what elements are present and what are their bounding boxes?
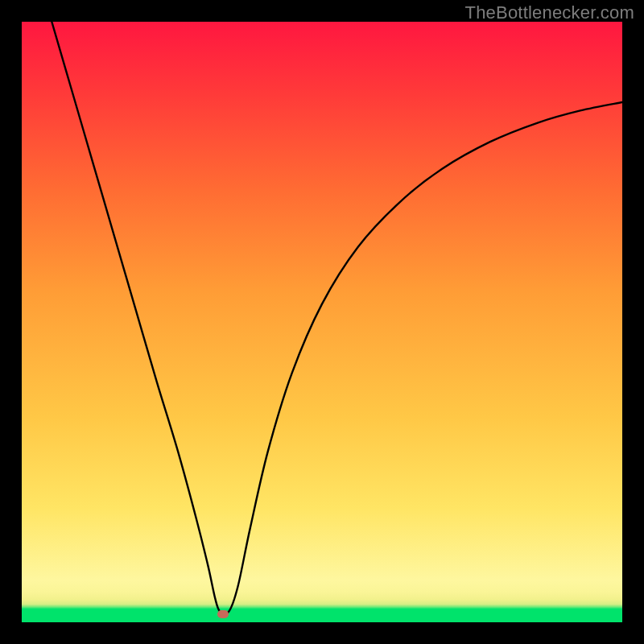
chart-frame: TheBottlenecker.com: [0, 0, 644, 644]
watermark-text: TheBottlenecker.com: [465, 2, 634, 23]
bottleneck-curve: [22, 22, 622, 622]
plot-area: [22, 22, 622, 622]
optimal-marker: [217, 610, 229, 618]
